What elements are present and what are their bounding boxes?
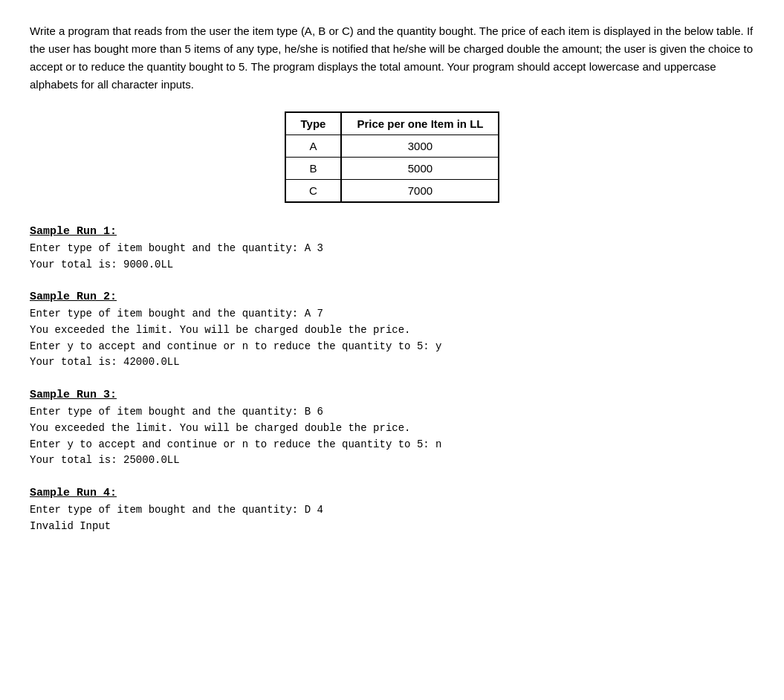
price-table-container: Type Price per one Item in LL A3000B5000… — [30, 111, 754, 203]
cell-type: C — [285, 180, 342, 203]
sample-body-2: Enter type of item bought and the quanti… — [30, 306, 754, 371]
table-header-row: Type Price per one Item in LL — [285, 112, 499, 135]
samples-container: Sample Run 1:Enter type of item bought a… — [30, 225, 754, 534]
cell-price: 5000 — [341, 158, 499, 180]
cell-price: 3000 — [341, 135, 499, 158]
table-row: B5000 — [285, 158, 499, 180]
cell-type: B — [285, 158, 342, 180]
cell-type: A — [285, 135, 342, 158]
sample-body-1: Enter type of item bought and the quanti… — [30, 241, 754, 273]
col-price: Price per one Item in LL — [341, 112, 499, 135]
table-row: A3000 — [285, 135, 499, 158]
sample-title-4: Sample Run 4: — [30, 487, 754, 499]
sample-title-1: Sample Run 1: — [30, 225, 754, 238]
sample-run-1: Sample Run 1:Enter type of item bought a… — [30, 225, 754, 273]
price-table: Type Price per one Item in LL A3000B5000… — [285, 111, 500, 203]
sample-run-2: Sample Run 2:Enter type of item bought a… — [30, 291, 754, 371]
table-body: A3000B5000C7000 — [285, 135, 499, 203]
sample-title-2: Sample Run 2: — [30, 291, 754, 303]
sample-run-3: Sample Run 3:Enter type of item bought a… — [30, 389, 754, 469]
sample-body-3: Enter type of item bought and the quanti… — [30, 404, 754, 469]
description-text: Write a program that reads from the user… — [30, 22, 754, 94]
cell-price: 7000 — [341, 180, 499, 203]
sample-run-4: Sample Run 4:Enter type of item bought a… — [30, 487, 754, 534]
sample-body-4: Enter type of item bought and the quanti… — [30, 502, 754, 534]
col-type: Type — [285, 112, 342, 135]
sample-title-3: Sample Run 3: — [30, 389, 754, 401]
table-row: C7000 — [285, 180, 499, 203]
